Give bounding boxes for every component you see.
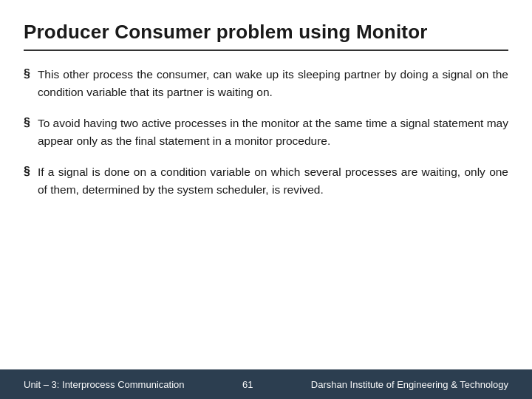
bullet-marker-1: § xyxy=(24,67,30,81)
bullet-text-2: To avoid having two active processes in … xyxy=(38,115,508,150)
slide-container: Producer Consumer problem using Monitor … xyxy=(0,0,532,399)
slide-title: Producer Consumer problem using Monitor xyxy=(24,21,508,44)
list-item: § This other process the consumer, can w… xyxy=(24,66,508,101)
bullet-text-1: This other process the consumer, can wak… xyxy=(38,66,508,101)
footer-left-text: Unit – 3: Interprocess Communication xyxy=(24,379,184,390)
title-section: Producer Consumer problem using Monitor xyxy=(24,21,508,51)
content-section: § This other process the consumer, can w… xyxy=(24,63,508,369)
footer-right-text: Darshan Institute of Engineering & Techn… xyxy=(311,379,508,390)
slide-footer: Unit – 3: Interprocess Communication 61 … xyxy=(0,369,532,399)
bullet-marker-2: § xyxy=(24,116,30,129)
bullet-text-3: If a signal is done on a condition varia… xyxy=(38,163,508,199)
list-item: § To avoid having two active processes i… xyxy=(24,115,508,150)
footer-page-number: 61 xyxy=(242,379,253,390)
bullet-marker-3: § xyxy=(24,165,30,178)
list-item: § If a signal is done on a condition var… xyxy=(24,163,508,199)
bullet-list: § This other process the consumer, can w… xyxy=(24,66,508,199)
